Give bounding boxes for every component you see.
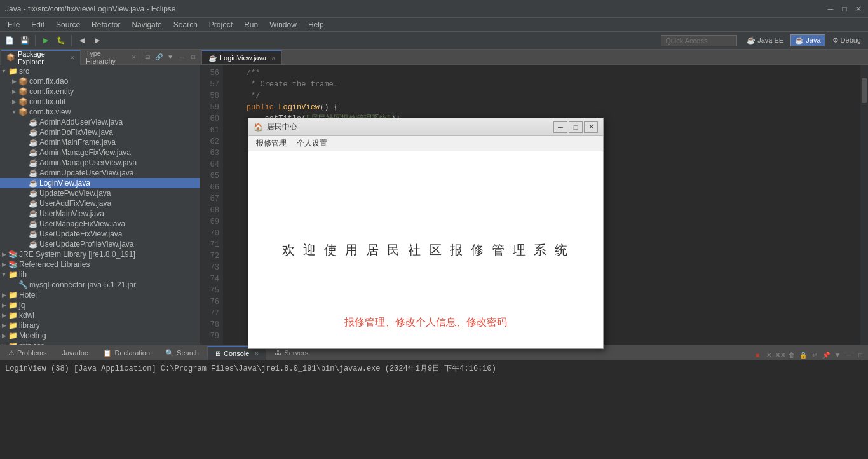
tab-type-hierarchy[interactable]: Type Hierarchy ✕ xyxy=(81,50,142,65)
menu-run[interactable]: Run xyxy=(239,19,263,31)
dialog-minimize-button[interactable]: ─ xyxy=(553,121,567,133)
scroll-lock-icon[interactable]: 🔒 xyxy=(798,350,808,360)
tree-item[interactable]: ▶📁jq xyxy=(0,300,200,310)
perspective-java[interactable]: ☕ Java xyxy=(790,34,825,46)
menu-search[interactable]: Search xyxy=(168,19,203,31)
minimize-bottom-icon[interactable]: ─ xyxy=(844,350,854,360)
tree-item[interactable]: ☕UserManageFixView.java xyxy=(0,219,200,229)
quick-access-input[interactable] xyxy=(661,35,737,46)
tab-javadoc[interactable]: Javadoc xyxy=(55,346,95,360)
menu-edit[interactable]: Edit xyxy=(26,19,50,31)
dialog-menu-repair[interactable]: 报修管理 xyxy=(251,137,292,150)
tree-item[interactable]: ☕AdminManageFixView.java xyxy=(0,147,200,158)
line-number: 63 xyxy=(204,147,219,159)
scroll-thumb[interactable] xyxy=(862,78,867,103)
line-number: 66 xyxy=(204,182,219,193)
tree-item[interactable]: ▼📦com.fix.view xyxy=(0,107,200,117)
console-tab-close[interactable]: ✕ xyxy=(254,350,259,357)
tree-file-icon: 📚 xyxy=(8,250,18,259)
perspective-javaee[interactable]: ☕ Java EE xyxy=(742,34,788,46)
editor-tab-close[interactable]: × xyxy=(271,55,275,62)
tree-item[interactable]: ☕UserUpdateProfileView.java xyxy=(0,239,200,249)
tree-item[interactable]: ▶📚JRE System Library [jre1.8.0_191] xyxy=(0,249,200,259)
tree-arrow: ▼ xyxy=(0,271,8,278)
dialog-maximize-button[interactable]: □ xyxy=(569,121,583,133)
minimize-button[interactable]: ─ xyxy=(826,4,835,13)
terminate-icon[interactable]: ■ xyxy=(752,350,763,360)
back-button[interactable]: ◀ xyxy=(75,34,89,48)
tab-declaration[interactable]: 📋 Declaration xyxy=(96,346,157,360)
console-icon: 🖥 xyxy=(214,350,221,357)
tree-item[interactable]: ☕AdminUpdateUserView.java xyxy=(0,168,200,178)
menu-window[interactable]: Window xyxy=(264,19,302,31)
tree-item-label: LoginView.java xyxy=(39,179,90,188)
dialog-close-button[interactable]: ✕ xyxy=(584,121,598,133)
link-editor-icon[interactable]: 🔗 xyxy=(154,52,164,62)
view-menu-icon[interactable]: ▼ xyxy=(165,52,175,62)
tree-item[interactable]: ☕AdminDoFixView.java xyxy=(0,127,200,137)
tree-item-label: UserUpdateFixView.java xyxy=(39,230,123,238)
pin-console-icon[interactable]: 📌 xyxy=(821,350,831,360)
collapse-all-icon[interactable]: ⊟ xyxy=(142,52,153,62)
save-button[interactable]: 💾 xyxy=(18,34,32,48)
menu-help[interactable]: Help xyxy=(303,19,329,31)
remove-all-icon[interactable]: ✕✕ xyxy=(775,350,785,360)
tree-item[interactable]: ▶📦com.fix.util xyxy=(0,97,200,107)
tree-item[interactable]: ☕AdminManageUserView.java xyxy=(0,158,200,168)
tab-package-explorer[interactable]: 📦 Package Explorer ✕ xyxy=(1,50,81,65)
line-number: 75 xyxy=(204,285,219,296)
tree-item[interactable]: ▶📚Referenced Libraries xyxy=(0,259,200,270)
tree-item[interactable]: ▶📁library xyxy=(0,320,200,331)
run-button[interactable]: ▶ xyxy=(39,34,53,48)
maximize-panel-icon[interactable]: □ xyxy=(188,52,198,62)
menu-refactor[interactable]: Refactor xyxy=(86,19,125,31)
console-menu-icon[interactable]: ▼ xyxy=(832,350,843,360)
tree-file-icon: 📁 xyxy=(8,270,18,279)
close-button[interactable]: ✕ xyxy=(854,4,863,13)
tree-item[interactable]: ☕LoginView.java xyxy=(0,178,200,188)
new-button[interactable]: 📄 xyxy=(3,34,17,48)
tree-item[interactable]: ☕UserUpdateFixView.java xyxy=(0,229,200,239)
editor-scrollbar[interactable] xyxy=(860,65,868,345)
editor-tab-bar: ☕ LoginView.java × xyxy=(200,50,868,65)
perspective-debug[interactable]: ⚙ Debug xyxy=(828,34,865,46)
menu-source[interactable]: Source xyxy=(51,19,85,31)
tree-item[interactable]: ☕AdminMainFrame.java xyxy=(0,137,200,147)
debug-button[interactable]: 🐛 xyxy=(54,34,68,48)
tree-item[interactable]: 🔧mysql-connector-java-5.1.21.jar xyxy=(0,280,200,290)
maximize-bottom-icon[interactable]: □ xyxy=(855,350,865,360)
tree-item-label: com.fix.view xyxy=(29,107,71,116)
tree-item-label: jq xyxy=(19,301,25,310)
tab-search[interactable]: 🔍 Search xyxy=(158,346,206,360)
tree-item[interactable]: ▶📁Meeting xyxy=(0,331,200,341)
tree-item[interactable]: ▼📁src xyxy=(0,66,200,76)
word-wrap-icon[interactable]: ↵ xyxy=(810,350,820,360)
remove-launch-icon[interactable]: ✕ xyxy=(764,350,774,360)
perspective-buttons: ☕ Java EE ☕ Java ⚙ Debug xyxy=(742,34,865,46)
tree-item-label: Referenced Libraries xyxy=(19,260,90,269)
tree-item[interactable]: ☕AdminAddUserView.java xyxy=(0,117,200,127)
tree-item[interactable]: ☕UserMainView.java xyxy=(0,209,200,219)
minimize-panel-icon[interactable]: ─ xyxy=(177,52,187,62)
tab-problems[interactable]: ⚠ Problems xyxy=(1,346,53,360)
menu-file[interactable]: File xyxy=(3,19,25,31)
dialog-menu-settings[interactable]: 个人设置 xyxy=(292,137,332,150)
editor-tab-loginview[interactable]: ☕ LoginView.java × xyxy=(201,50,282,64)
clear-console-icon[interactable]: 🗑 xyxy=(787,350,797,360)
tree-item-label: AdminAddUserView.java xyxy=(39,118,123,127)
tree-item[interactable]: ▶📁Hotel xyxy=(0,290,200,300)
tree-item[interactable]: ▶📦com.fix.entity xyxy=(0,86,200,97)
forward-button[interactable]: ▶ xyxy=(90,34,104,48)
tree-item[interactable]: ▼📁lib xyxy=(0,270,200,280)
maximize-button[interactable]: □ xyxy=(840,4,849,13)
tree-item[interactable]: ▶📦com.fix.dao xyxy=(0,76,200,86)
menu-navigate[interactable]: Navigate xyxy=(126,19,166,31)
menu-project[interactable]: Project xyxy=(204,19,238,31)
tree-item[interactable]: ☕UpdatePwdView.java xyxy=(0,188,200,198)
dialog-win-buttons: ─ □ ✕ xyxy=(553,121,598,133)
tree-file-icon: ☕ xyxy=(28,138,38,147)
tree-item[interactable]: ▶📁kdwl xyxy=(0,310,200,320)
line-number: 78 xyxy=(204,319,219,331)
line-number: 56 xyxy=(204,67,219,79)
tree-item[interactable]: ☕UserAddFixView.java xyxy=(0,198,200,209)
